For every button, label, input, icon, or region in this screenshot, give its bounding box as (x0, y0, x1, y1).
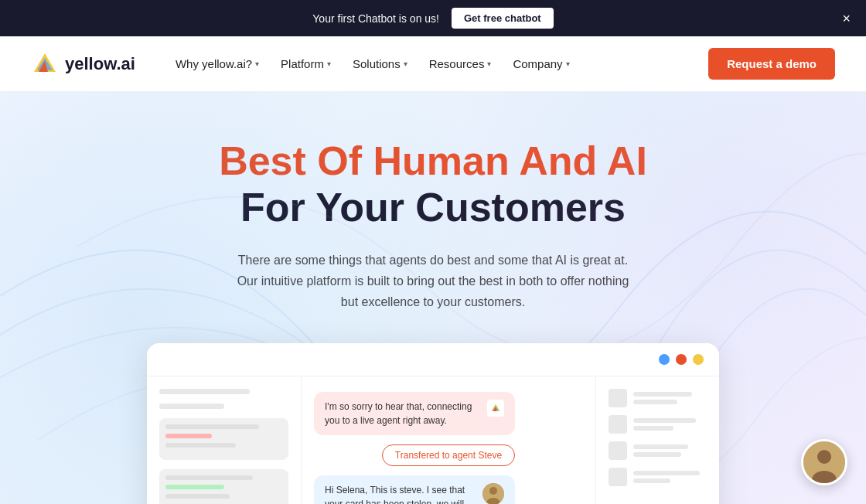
floating-support-avatar[interactable] (801, 439, 847, 485)
chat-mockup: I'm so sorry to hear that, connecting yo… (147, 343, 719, 504)
nav-links: Why yellow.ai? ▾ Platform ▾ Solutions ▾ … (166, 51, 708, 77)
transfer-pill: Transfered to agent Steve (382, 444, 515, 466)
mockup-center-panel: I'm so sorry to hear that, connecting yo… (302, 376, 595, 504)
mockup-body: I'm so sorry to hear that, connecting yo… (147, 376, 719, 504)
skeleton-line (159, 389, 250, 394)
dot-blue (659, 354, 670, 365)
dot-red (676, 354, 687, 365)
nav-item-why[interactable]: Why yellow.ai? ▾ (166, 51, 268, 77)
hero-description: There are some things that agents do bes… (232, 250, 634, 313)
svg-point-7 (489, 487, 497, 495)
right-row-2 (609, 415, 707, 434)
mockup-header (147, 343, 719, 376)
bot-logo (487, 400, 504, 417)
chat-message-bot: I'm so sorry to hear that, connecting yo… (314, 392, 515, 435)
logo[interactable]: yellow.ai (31, 50, 135, 78)
hero-title-main: For Your Customers (31, 185, 835, 231)
skeleton-card-2 (159, 469, 288, 504)
announcement-banner: Your first Chatbot is on us! Get free ch… (0, 0, 866, 36)
announcement-cta-button[interactable]: Get free chatbot (452, 8, 554, 29)
request-demo-button[interactable]: Request a demo (708, 48, 835, 80)
mockup-left-panel (147, 376, 302, 504)
chevron-down-icon: ▾ (566, 60, 570, 68)
nav-item-solutions[interactable]: Solutions ▾ (343, 51, 417, 77)
navbar: yellow.ai Why yellow.ai? ▾ Platform ▾ So… (0, 36, 866, 92)
announcement-text: Your first Chatbot is on us! (312, 12, 439, 25)
logo-icon (31, 50, 59, 78)
chevron-down-icon: ▾ (255, 60, 259, 68)
nav-item-resources[interactable]: Resources ▾ (420, 51, 501, 77)
agent-message-text: Hi Selena, This is steve. I see that you… (325, 483, 476, 504)
chevron-down-icon: ▾ (327, 60, 331, 68)
nav-item-platform[interactable]: Platform ▾ (271, 51, 340, 77)
dot-yellow (693, 354, 704, 365)
agent-avatar (482, 483, 504, 504)
chevron-down-icon: ▾ (404, 60, 407, 68)
hero-title-accent: Best Of Human And AI (31, 138, 835, 185)
nav-item-company[interactable]: Company ▾ (503, 51, 578, 77)
logo-text: yellow.ai (65, 54, 135, 74)
skeleton-line (159, 404, 224, 409)
right-row-3 (609, 441, 707, 460)
mockup-right-panel (595, 376, 719, 504)
announcement-close-button[interactable]: × (842, 12, 851, 26)
bot-message-text: I'm so sorry to hear that, connecting yo… (325, 400, 481, 427)
right-row-4 (609, 468, 707, 486)
chevron-down-icon: ▾ (487, 60, 491, 68)
hero-section: Best Of Human And AI For Your Customers … (0, 92, 866, 504)
chat-message-agent: Hi Selena, This is steve. I see that you… (314, 475, 515, 504)
skeleton-card (159, 418, 288, 460)
svg-point-10 (817, 450, 831, 464)
right-row-1 (609, 389, 707, 407)
